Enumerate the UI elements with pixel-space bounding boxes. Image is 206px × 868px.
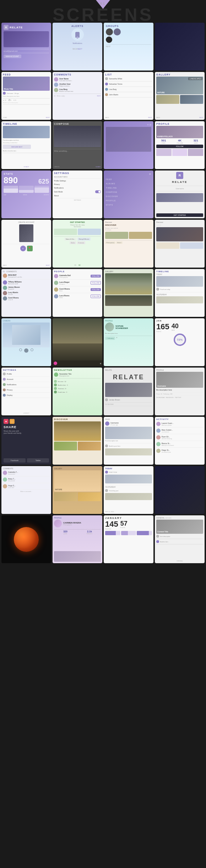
screen-people: PEOPLE Gabriella Bell Photographer FOLLO… [53,269,102,317]
stats-label: STATS [4,173,49,175]
screen-getstarted: GET STARTED Choose from the manyfine the… [53,220,102,268]
discover2-label: DISCOVER [54,418,101,420]
notifications-label: ACTIVITY [156,418,203,420]
screens-grid: R RELATE email@gmail.com NEW ACCOUNT ALE… [0,21,206,565]
create-label: CREATE ACCOUNT [3,221,50,223]
screen-comments2: 01 · COMMENTS RICH BAT Great photo! Love… [1,269,51,317]
screen-empty-dark [155,23,205,71]
screen-settings2: SETTINGS Profile Account Notifications P… [1,368,51,415]
screen-gallery3: GALLERY NATURE [53,466,102,514]
stats3-label: JANUARY [105,517,152,519]
screen-profile2: PROFILE SOPHIE SCHNEIDER Bio description… [104,318,153,366]
alerts-label: ALERTS [71,25,83,27]
screen-empty-purple: ✕ ⊞ [104,121,153,169]
relate3-label: RELATE [105,374,152,381]
screen-profile4: PROFILE CARMEN RIVERA Photographer 320 p… [53,515,102,563]
comments-label: COMMENTS [54,73,101,76]
getstarted-label: GET STARTED [54,221,101,223]
screen-profile: PROFILE KAREN POLLACK 501 POST 4K FOLLOW… [155,121,205,169]
screen-discover: Discover DISCOVER Browse new contentfrom… [104,220,153,268]
profile-label: PROFILE [156,123,203,125]
screen-feed: FEED Photo Title Username · 2h ago Short… [1,72,51,120]
screen-timeline: TIMELINE Post description text here Seco… [1,121,51,169]
screen-discover2: DISCOVER [53,417,102,465]
feed-label: FEED [3,73,50,76]
screen-timeline2: TIMELINE TODAY Post from today YESTERDAY [155,269,205,317]
screen-dark-glow [1,515,51,563]
screen-menu: ✕ FEED ALBUMS TIMELINE COMPOSE DISCOVER … [104,170,153,218]
screen-alerts: ALERTS Notifications BACK NEXT [53,23,102,71]
timeline2-label: TIMELINE [156,270,203,273]
screen-relate: R RELATE email@gmail.com NEW ACCOUNT [1,23,51,71]
relate2-label: RELATE [156,180,203,184]
screen-create: CREATE ACCOUNT + 📍 BACK NEXT [1,220,51,268]
timeline-label: TIMELINE [3,123,50,125]
page-header: 01 SCREENS [0,0,206,21]
screen-comments: COMMENTS User Name Comment text here... … [53,72,102,120]
screen-stats2: JAN 165 POSTS 40 NEW 72% [155,318,205,366]
compose-label: COMPOSE [54,123,101,125]
screen-timeline3: TODAY POST TITLE YESTERDAY Yesterday pos… [104,466,153,514]
timeline3-label: TODAY [105,467,152,470]
settings2-label: SETTINGS [3,369,50,371]
settings-label: SETTINGS [54,172,101,174]
header-number: 01 [100,2,106,5]
screen-general: GENERAL HISTORY Content Title Item descr… [155,515,205,563]
list-label: LIST [105,73,152,76]
screen-camera: CAMERA [1,318,51,366]
screen-settings: SETTINGS ACCOUNT INFO Profile Settings P… [53,170,102,218]
screen-stats3: JANUARY 145 PHOTOS 57 POSTS [104,515,153,563]
stats2-label: JAN [156,320,203,322]
screen-list: LIST Samantha White Sebastian Torres Lis… [104,72,153,120]
groups-label: GROUPS [106,25,151,27]
screen-landscape: ◉ [53,318,102,366]
screen-gallery: GALLERY LANDSCAPES NATURE BACK NEXT [155,72,205,120]
screen-browser: Discover ⋮⋮⋮ [155,220,205,268]
screen-stats: STATS 890 625 DAY WEEK MONTH [1,170,51,218]
screen-notifications: ACTIVITY Lauren Guerr... liked your phot… [155,417,205,465]
screen-relate2: R RELATE Username GET STARTED [155,170,205,218]
screen-groups: GROUPS NEXT [104,23,153,71]
screen-share: ♥ □ SHARE Share this post withyour frien… [1,417,51,465]
screen-profile3: PROFILE Username Bio description here Po… [155,368,205,415]
screen-compose: COMPOSE Write something... CANCEL SUBMIT [53,121,102,169]
screen-relate3: RELATE RELATE Jordan Brown INSTAGRAM [104,368,153,415]
screen-empty-dark2 [155,466,205,514]
people-label: PEOPLE [54,270,101,273]
screen-newsletter: NEWSLETTER Newsletter Title Description … [53,368,102,415]
screen-gallery2: GALLERY [104,269,153,317]
share-label: SHARE [4,425,49,429]
screen-comments3: COMMENTS Gabriella T... Great shot! Rick… [1,466,51,514]
relate-label: RELATE [10,26,23,29]
gallery-label: GALLERY [156,73,203,76]
screen-feed2: FEED Username 2 hours ago Post descripti… [104,417,153,465]
newsletter-label: NEWSLETTER [54,369,101,371]
discover-label: DISCOVER [105,224,152,226]
